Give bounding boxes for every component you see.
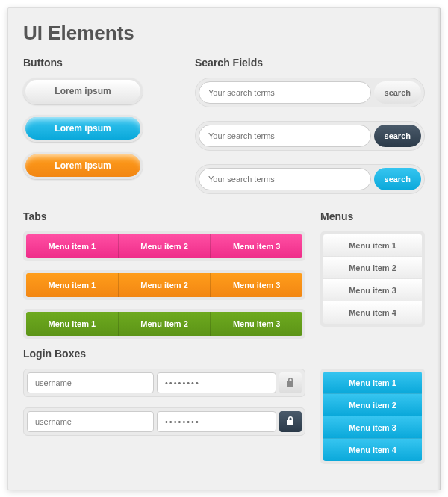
vmenu-blue-wrap: Menu item 1 Menu item 2 Menu item 3 Menu… [320,369,425,464]
login-box-dark [23,407,305,436]
vmenu-blue-item-3[interactable]: Menu item 3 [323,416,422,439]
button-orange[interactable]: Lorem ipsum [23,152,143,179]
spacer [320,339,425,369]
username-input-1[interactable] [27,372,154,393]
tabs-orange-wrap: Menu item 1 Menu item 2 Menu item 3 [23,270,305,300]
tabs-green: Menu item 1 Menu item 2 Menu item 3 [26,312,302,336]
ui-elements-panel: UI Elements Buttons Lorem ipsum Lorem ip… [7,7,441,490]
vmenu-white-wrap: Menu item 1 Menu item 2 Menu item 3 Menu… [320,231,425,327]
tab-pink-1[interactable]: Menu item 1 [26,234,119,258]
login-submit-dark[interactable] [279,411,302,432]
search-button-dark[interactable]: search [374,125,421,147]
menus-heading: Menus [320,210,425,222]
lock-icon [286,416,295,428]
vmenu-blue-item-2[interactable]: Menu item 2 [323,394,422,416]
vmenu-white-item-4[interactable]: Menu item 4 [323,301,422,324]
search-input-2[interactable] [199,125,371,147]
tabs-pink: Menu item 1 Menu item 2 Menu item 3 [26,234,302,258]
search-field-blue: search [195,164,425,194]
tabs-green-wrap: Menu item 1 Menu item 2 Menu item 3 [23,309,305,339]
login-submit-light[interactable] [279,372,302,393]
username-input-2[interactable] [27,411,154,432]
page-title: UI Elements [23,22,425,45]
vmenu-white-item-3[interactable]: Menu item 3 [323,279,422,301]
tab-orange-3[interactable]: Menu item 3 [211,273,302,297]
search-field-light: search [195,78,425,107]
password-input-1[interactable] [157,372,276,393]
search-stack: search search search [195,78,425,194]
search-input-3[interactable] [199,168,371,190]
tabs-heading: Tabs [23,210,305,222]
login-box-light [23,369,305,397]
button-blue[interactable]: Lorem ipsum [23,115,143,142]
tab-green-2[interactable]: Menu item 2 [119,312,211,336]
tab-orange-1[interactable]: Menu item 1 [26,273,119,297]
search-field-dark: search [195,121,425,151]
vmenu-blue-item-1[interactable]: Menu item 1 [323,372,422,394]
tab-orange-2[interactable]: Menu item 2 [119,273,211,297]
row-tabs-menus: Tabs Menu item 1 Menu item 2 Menu item 3… [23,197,425,476]
search-section: Search Fields search search search [195,57,425,194]
vmenu-white-item-2[interactable]: Menu item 2 [323,257,422,279]
search-input-1[interactable] [199,81,371,104]
vmenu-white: Menu item 1 Menu item 2 Menu item 3 Menu… [323,234,422,324]
search-heading: Search Fields [195,57,425,69]
tab-green-1[interactable]: Menu item 1 [26,312,119,336]
menus-section: Menus Menu item 1 Menu item 2 Menu item … [320,197,425,476]
tabs-section: Tabs Menu item 1 Menu item 2 Menu item 3… [23,197,305,476]
tabs-orange: Menu item 1 Menu item 2 Menu item 3 [26,273,302,297]
search-button-light[interactable]: search [374,81,421,104]
vmenu-blue-item-4[interactable]: Menu item 4 [323,439,422,461]
lock-icon [286,377,295,390]
buttons-heading: Buttons [23,57,180,69]
button-stack: Lorem ipsum Lorem ipsum Lorem ipsum [23,78,180,179]
buttons-section: Buttons Lorem ipsum Lorem ipsum Lorem ip… [23,57,180,194]
password-input-2[interactable] [157,411,276,432]
search-button-blue[interactable]: search [374,168,421,190]
tabs-pink-wrap: Menu item 1 Menu item 2 Menu item 3 [23,231,305,261]
login-heading: Login Boxes [23,348,305,360]
tab-pink-2[interactable]: Menu item 2 [119,234,211,258]
vmenu-white-item-1[interactable]: Menu item 1 [323,234,422,257]
vmenu-blue: Menu item 1 Menu item 2 Menu item 3 Menu… [323,372,422,461]
row-buttons-search: Buttons Lorem ipsum Lorem ipsum Lorem ip… [23,57,425,194]
tab-green-3[interactable]: Menu item 3 [211,312,302,336]
tab-pink-3[interactable]: Menu item 3 [211,234,302,258]
button-white[interactable]: Lorem ipsum [23,78,143,104]
